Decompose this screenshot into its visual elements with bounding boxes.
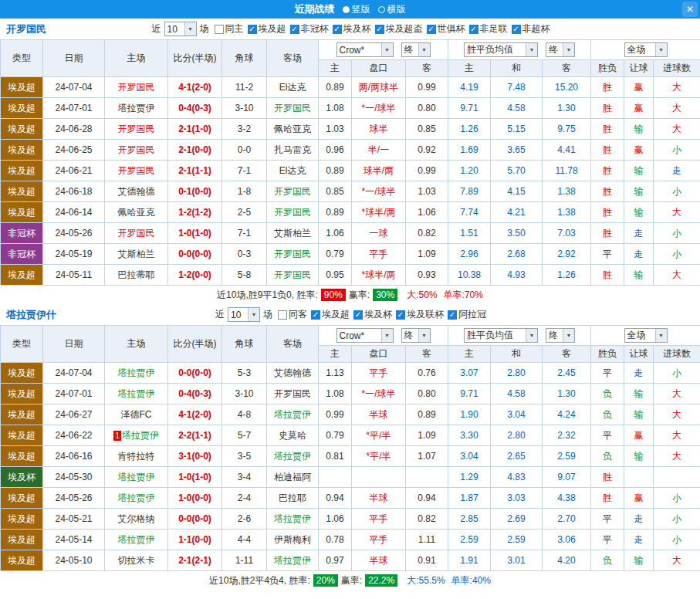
radio-icon[interactable] [378,6,385,13]
euro-away-odds: 2.92 [543,244,591,265]
league-filter-checkbox[interactable]: ✓埃及超 [248,22,286,36]
odds-time-select[interactable]: 终 ▼ [401,42,431,57]
checkbox-icon[interactable]: ✓ [512,25,521,34]
league-filter-checkbox[interactable]: ✓非超杯 [512,22,550,36]
home-team: 开罗国民 [105,140,168,161]
league-filter-checkbox[interactable]: ✓埃及超 [311,308,350,321]
league-filter-checkbox[interactable]: ✓埃及超盃 [375,22,423,36]
league-filter-checkbox[interactable]: ✓世俱杯 [427,22,465,36]
corners-text: 1-11 [235,555,253,566]
euro-draw-odds-text: 5.15 [507,124,525,134]
match-date: 24-06-27 [43,404,105,425]
euro-odds-select[interactable]: 胜平负均值 ▼ [464,328,538,343]
league-filter-checkbox[interactable]: ✓埃及杯 [333,22,371,36]
result: 胜 [591,161,624,181]
checkbox-icon[interactable]: ✓ [448,310,457,320]
euro-time-select[interactable]: 终 ▼ [546,328,575,343]
handicap-text: 一球 [370,228,388,239]
match-date: 24-05-26 [43,223,105,244]
corners: 0-3 [222,244,267,265]
score-text: 2-1(2-1) [178,555,211,566]
score: 2-1(1-0) [168,119,222,140]
close-icon[interactable]: ✕ [682,2,698,17]
league-type: 埃及超 [1,488,43,509]
league-filter-checkbox[interactable]: ✓埃及联杯 [396,308,444,321]
recent-count-select[interactable]: 10 ▼ [228,307,260,322]
checkbox-icon[interactable]: ✓ [353,310,363,320]
asian-home-odds-text: 0.85 [326,186,343,197]
layout-radio-vertical[interactable]: 竖版 [343,3,370,16]
score-text: 2-1(1-0) [178,124,211,134]
home-team: 塔拉贾伊 [105,98,168,119]
goals-result: 大 [654,384,700,404]
radio-icon[interactable] [343,6,350,13]
asian-home-odds: 1.06 [319,223,352,244]
handicap-text: 平手 [370,367,388,378]
same-venue-checkbox[interactable]: 同客 [278,308,307,321]
asian-home-odds: 0.99 [319,404,352,425]
league-filter-checkbox[interactable]: ✓非冠杯 [290,22,329,36]
match-date-text: 24-05-21 [55,513,92,524]
home-team-text: 塔拉贾伊 [118,367,155,378]
scope-select[interactable]: 全场 ▼ [624,42,668,57]
checkbox-icon[interactable]: ✓ [333,25,342,34]
checkbox-icon[interactable]: ✓ [469,25,479,34]
checkbox-icon[interactable]: ✓ [311,310,320,320]
match-date-text: 24-06-16 [55,451,92,462]
home-team-text: 塔拉贾伊 [122,430,159,441]
league-type-text: 埃及超 [8,165,36,176]
league-type-text: 埃及超 [8,144,36,155]
bookmaker-select[interactable]: Crow* ▼ [336,42,394,57]
bookmaker-select[interactable]: Crow* ▼ [336,328,394,343]
euro-odds-select[interactable]: 胜平负均值 ▼ [464,42,538,57]
recent-count-select[interactable]: 10 ▼ [164,22,197,36]
score: 1-1(0-0) [168,530,222,550]
league-filter-checkbox[interactable]: ✓阿拉冠 [448,308,486,321]
league-filter-checkbox[interactable]: ✓埃及杯 [353,308,392,321]
corners: 4-4 [222,530,267,550]
checkbox-icon[interactable]: ✓ [248,25,257,34]
scope-controls: 全场 ▼ [591,40,700,60]
same-venue-checkbox[interactable]: 同主 [215,22,244,36]
scope-controls: 全场 ▼ [591,326,700,346]
layout-radio-horizontal[interactable]: 横版 [378,3,406,16]
euro-away-odds: 9.07 [543,467,591,488]
select-value: Crow* [337,329,381,342]
odds-time-select[interactable]: 终 ▼ [401,328,431,343]
euro-draw-odds: 5.70 [491,161,543,181]
euro-away-odds-text: 3.06 [557,534,575,545]
checkbox-icon[interactable] [278,310,287,320]
euro-time-select[interactable]: 终 ▼ [546,42,575,57]
scope-select[interactable]: 全场 ▼ [624,328,668,343]
asian-home-odds-text: 0.99 [326,409,343,420]
asian-away-odds-text: 1.06 [418,207,435,218]
asian-home-odds-text: 0.94 [326,492,343,503]
euro-away-odds: 11.78 [543,161,591,181]
away-team: 开罗国民 [267,244,319,265]
euro-away-odds-text: 11.78 [555,165,577,176]
league-filter-checkbox[interactable]: ✓非足联 [469,22,508,36]
chevron-down-icon: ▼ [418,329,430,342]
win-rate-badge: 20% [313,574,338,587]
euro-home-odds: 3.07 [448,363,491,384]
checkbox-icon[interactable]: ✓ [375,25,384,34]
asian-away-odds-text: 1.11 [418,534,435,545]
match-date: 24-07-04 [43,77,105,98]
checkbox-icon[interactable]: ✓ [427,25,436,34]
checkbox-icon[interactable]: ✓ [396,310,405,320]
away-team: 塔拉贾伊 [267,509,319,530]
over-rate: 大:55.5% [407,574,445,587]
asian-away-odds-text: 0.85 [418,124,435,134]
handicap-result: 输 [624,181,654,202]
away-team-text: 伊斯梅利 [274,534,311,545]
away-team: 开罗国民 [267,181,319,202]
checkbox-icon[interactable] [215,25,224,34]
match-date: 24-05-11 [43,265,105,286]
result-text: 平 [603,430,612,441]
away-team-text: El达克 [279,165,306,176]
corners: 4-8 [222,404,267,425]
result: 胜 [591,119,624,140]
checkbox-icon[interactable]: ✓ [290,25,299,34]
euro-away-odds: 4.20 [543,550,591,571]
chevron-down-icon: ▼ [418,43,430,56]
